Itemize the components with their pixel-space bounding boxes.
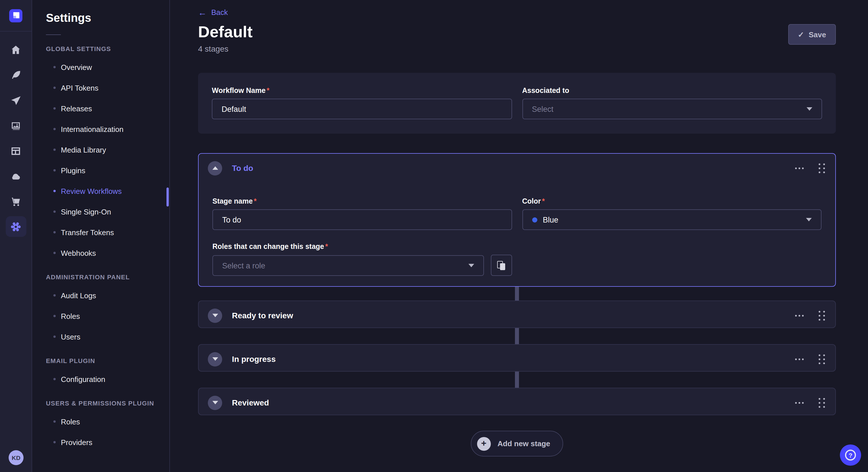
app-root: KD Settings GLOBAL SETTINGS Overview API… [0,0,868,472]
sidebar-item-configuration[interactable]: Configuration [46,369,169,390]
expand-stage-button[interactable] [208,396,222,410]
sidebar-scrollbar[interactable] [166,188,169,206]
sidebar-item-audit-logs[interactable]: Audit Logs [46,285,169,306]
bullet-icon [53,66,56,68]
chevron-down-icon [468,264,474,267]
stage-header-in-progress[interactable]: In progress [198,345,835,373]
duplicate-stage-button[interactable] [491,255,512,276]
stage-color-field-group: Color* Blue [522,197,822,230]
expand-stage-button[interactable] [208,352,222,366]
plus-icon [477,437,491,450]
workflow-form-card: Workflow Name* Associated to Select [198,73,836,134]
chevron-down-icon [212,314,218,317]
chevron-down-icon [806,218,812,222]
sidebar-item-api-tokens[interactable]: API Tokens [46,77,169,98]
stage-title: Reviewed [232,398,269,407]
media-icon[interactable] [5,115,26,136]
bullet-icon [53,107,56,109]
collapse-stage-button[interactable] [208,161,222,175]
drag-handle-icon[interactable] [816,161,827,175]
sidebar-item-single-sign-on[interactable]: Single Sign-On [46,201,169,222]
sidebar-item-webhooks[interactable]: Webhooks [46,243,169,263]
sidebar-item-releases[interactable]: Releases [46,98,169,119]
section-users-permissions-plugin: USERS & PERMISSIONS PLUGIN [46,400,169,407]
add-new-stage-button[interactable]: Add new stage [470,431,563,457]
question-mark-icon [845,450,856,461]
stage-header-reviewed[interactable]: Reviewed [198,388,835,417]
sidebar-item-roles-permissions[interactable]: Roles [46,411,169,432]
layout-icon[interactable] [5,140,26,161]
chevron-up-icon [212,166,218,170]
options-menu-icon[interactable] [794,311,805,320]
sidebar-item-label: API Tokens [61,83,98,92]
color-swatch-blue [532,217,537,222]
options-menu-icon[interactable] [794,355,805,363]
stage-title: In progress [232,355,276,364]
drag-handle-icon[interactable] [816,396,827,410]
stage-card-in-progress: In progress [198,344,836,372]
cloud-icon[interactable] [5,166,26,187]
cart-icon[interactable] [5,191,26,212]
sidebar-item-providers[interactable]: Providers [46,432,169,452]
sidebar-item-review-workflows[interactable]: Review Workflows [46,181,169,201]
back-link[interactable]: Back [198,7,228,17]
options-menu-icon[interactable] [794,164,805,172]
roles-select[interactable]: Select a role [212,255,484,276]
send-icon[interactable] [5,90,26,111]
save-label: Save [809,30,826,39]
bullet-icon [53,210,56,213]
sidebar-item-transfer-tokens[interactable]: Transfer Tokens [46,222,169,243]
sidebar-item-label: Review Workflows [61,187,122,195]
workflow-name-field-group: Workflow Name* [212,87,512,120]
options-menu-icon[interactable] [794,398,805,407]
bullet-icon [53,190,56,192]
required-asterisk: * [325,243,328,250]
page-subtitle: 4 stages [198,44,836,53]
expand-stage-button[interactable] [208,308,222,323]
section-email-plugin: EMAIL PLUGIN [46,357,169,364]
stage-connector [515,285,519,302]
strapi-logo[interactable] [9,9,22,22]
avatar[interactable]: KD [9,450,24,465]
drag-handle-icon[interactable] [816,308,827,323]
associated-to-label: Associated to [522,87,822,95]
icon-rail: KD [0,0,32,472]
bullet-icon [53,441,56,443]
stage-body: Stage name* Color* [198,182,835,285]
stage-title: Ready to review [232,311,293,320]
feather-icon[interactable] [5,65,26,86]
stage-card-reviewed: Reviewed [198,388,836,415]
sidebar-item-label: Webhooks [61,248,96,257]
sidebar-item-media-library[interactable]: Media Library [46,139,169,160]
bullet-icon [53,128,56,130]
chevron-down-icon [212,401,218,404]
sidebar-item-overview[interactable]: Overview [46,57,169,77]
save-button[interactable]: Save [788,24,836,45]
chevron-down-icon [807,107,812,111]
page-title: Default [198,23,836,41]
sidebar-item-label: Configuration [61,375,105,383]
color-select[interactable]: Blue [522,209,822,230]
sidebar-item-internationalization[interactable]: Internationalization [46,119,169,139]
workflow-name-input[interactable] [212,99,512,119]
section-administration-panel: ADMINISTRATION PANEL [46,274,169,280]
sidebar-item-roles-admin[interactable]: Roles [46,306,169,326]
help-button[interactable] [840,444,861,466]
select-placeholder: Select a role [222,261,265,270]
drag-handle-icon[interactable] [816,352,827,366]
sidebar-item-label: Media Library [61,145,106,154]
settings-icon[interactable] [5,216,26,237]
main-content: Back Default 4 stages Save Workflow Name… [170,0,868,472]
stage-name-input[interactable] [212,209,512,230]
associated-to-select[interactable]: Select [522,99,822,119]
stage-header-ready-to-review[interactable]: Ready to review [198,301,835,330]
sidebar-item-plugins[interactable]: Plugins [46,160,169,181]
sidebar-item-label: Audit Logs [61,291,96,300]
home-icon[interactable] [5,40,26,60]
stage-roles-field-group: Roles that can change this stage* Select… [212,243,512,276]
bullet-icon [53,420,56,423]
stage-name-label: Stage name* [212,197,512,205]
stage-header-to-do[interactable]: To do [198,154,835,182]
stage-card-to-do: To do Stage name* [198,153,836,287]
sidebar-item-users[interactable]: Users [46,326,169,347]
